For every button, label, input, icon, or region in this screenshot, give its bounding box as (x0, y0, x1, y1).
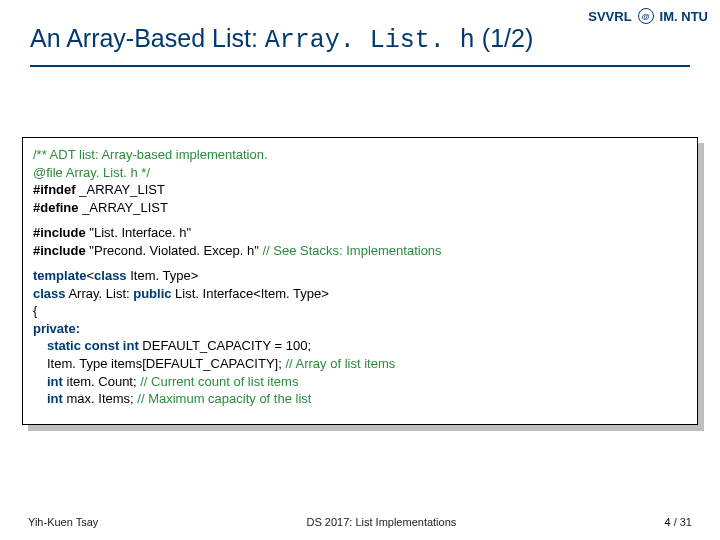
code-block-1: /** ADT list: Array-based implementation… (33, 146, 687, 216)
code-block-2: #include "List. Interface. h" #include "… (33, 224, 687, 259)
code-text: item. Count; (63, 374, 140, 389)
footer: Yih-Kuen Tsay DS 2017: List Implementati… (0, 516, 720, 528)
keyword: #ifndef (33, 182, 76, 197)
code-text: Item. Type items[DEFAULT_CAPACITY]; (47, 356, 285, 371)
keyword: class (33, 286, 66, 301)
ntu-logo-icon: @ (638, 8, 654, 24)
code-listing: /** ADT list: Array-based implementation… (22, 137, 698, 425)
title-code: Array. List. h (265, 26, 475, 55)
title-underline (30, 65, 690, 67)
header-left: SVVRL (588, 9, 631, 24)
code-text: max. Items; (63, 391, 137, 406)
keyword: template (33, 268, 86, 283)
code-text: _ARRAY_LIST (79, 200, 168, 215)
page-number: 4 / 31 (664, 516, 692, 528)
keyword: private: (33, 321, 80, 336)
title-plain-pre: An Array-Based List: (30, 24, 265, 52)
footer-course: DS 2017: List Implementations (306, 516, 456, 528)
keyword: static const int (47, 338, 139, 353)
keyword: public (133, 286, 171, 301)
keyword: int (47, 391, 63, 406)
code-text: Item. Type> (127, 268, 199, 283)
code-block-3: template<class Item. Type> class Array. … (33, 267, 687, 407)
page-title: An Array-Based List: Array. List. h (1/2… (30, 24, 690, 55)
header-bar: SVVRL @ IM. NTU (588, 8, 708, 24)
comment: @file Array. List. h */ (33, 165, 150, 180)
code-text: { (33, 302, 687, 320)
comment: // Array of list items (285, 356, 395, 371)
comment: // Current count of list items (140, 374, 298, 389)
comment: // See Stacks: Implementations (262, 243, 441, 258)
code-text: < (86, 268, 94, 283)
page-sep: / (671, 516, 680, 528)
code-text: Array. List: (66, 286, 134, 301)
keyword: #define (33, 200, 79, 215)
keyword: int (47, 374, 63, 389)
header-right: IM. NTU (660, 9, 708, 24)
code-text: _ARRAY_LIST (76, 182, 165, 197)
page-total: 31 (680, 516, 692, 528)
code-text: "Precond. Violated. Excep. h" (86, 243, 263, 258)
code-text: List. Interface<Item. Type> (172, 286, 329, 301)
title-plain-post: (1/2) (475, 24, 533, 52)
comment: // Maximum capacity of the list (137, 391, 311, 406)
codebox: /** ADT list: Array-based implementation… (22, 137, 698, 425)
keyword: #include (33, 225, 86, 240)
code-text: "List. Interface. h" (86, 225, 191, 240)
comment: /** ADT list: Array-based implementation… (33, 147, 268, 162)
keyword: class (94, 268, 127, 283)
keyword: #include (33, 243, 86, 258)
footer-author: Yih-Kuen Tsay (28, 516, 98, 528)
code-text: DEFAULT_CAPACITY = 100; (139, 338, 311, 353)
